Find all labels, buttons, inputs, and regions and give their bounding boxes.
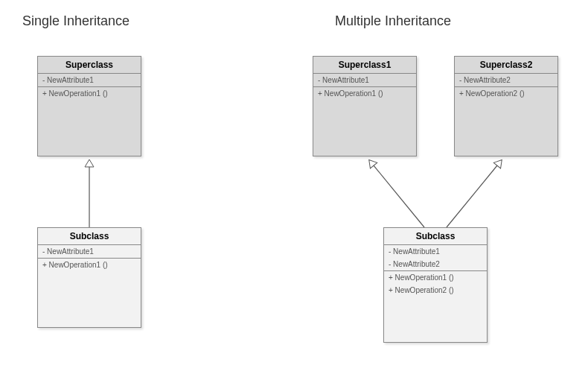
- operation: + NewOperation2 (): [455, 87, 557, 100]
- attribute: - NewAttribute2: [455, 74, 557, 86]
- class-attributes: - NewAttribute1: [38, 245, 141, 259]
- attribute: - NewAttribute2: [384, 258, 487, 270]
- operation: + NewOperation2 (): [384, 284, 487, 297]
- class-name: Subclass: [38, 228, 141, 245]
- class-operations: + NewOperation2 (): [455, 87, 557, 156]
- class-name: Superclass1: [313, 57, 416, 74]
- class-attributes: - NewAttribute1: [313, 74, 416, 87]
- class-box-superclass1: Superclass1 - NewAttribute1 + NewOperati…: [313, 56, 417, 156]
- attribute: - NewAttribute1: [384, 245, 487, 258]
- generalization-arrow: [370, 161, 424, 227]
- class-box-subclass-single: Subclass - NewAttribute1 + NewOperation1…: [37, 227, 141, 328]
- multiple-inheritance-title: Multiple Inheritance: [335, 13, 451, 29]
- class-name: Superclass2: [455, 57, 557, 74]
- class-name: Superclass: [38, 57, 141, 74]
- class-box-superclass2: Superclass2 - NewAttribute2 + NewOperati…: [454, 56, 558, 156]
- class-box-subclass-multiple: Subclass - NewAttribute1 - NewAttribute2…: [383, 227, 488, 343]
- attribute: - NewAttribute1: [38, 74, 141, 86]
- class-box-superclass-single: Superclass - NewAttribute1 + NewOperatio…: [37, 56, 141, 156]
- class-operations: + NewOperation1 (): [38, 259, 141, 327]
- class-operations: + NewOperation1 (): [38, 87, 141, 156]
- diagram-canvas: Single Inheritance Multiple Inheritance …: [0, 0, 588, 380]
- class-attributes: - NewAttribute1 - NewAttribute2: [384, 245, 487, 271]
- class-name: Subclass: [384, 228, 487, 245]
- attribute: - NewAttribute1: [38, 245, 141, 258]
- operation: + NewOperation1 (): [38, 87, 141, 100]
- class-operations: + NewOperation1 (): [313, 87, 416, 156]
- generalization-arrow: [447, 161, 501, 227]
- class-attributes: - NewAttribute2: [455, 74, 557, 87]
- single-inheritance-title: Single Inheritance: [22, 13, 130, 29]
- operation: + NewOperation1 (): [384, 271, 487, 284]
- class-operations: + NewOperation1 () + NewOperation2 (): [384, 271, 487, 342]
- attribute: - NewAttribute1: [313, 74, 416, 86]
- operation: + NewOperation1 (): [38, 259, 141, 271]
- class-attributes: - NewAttribute1: [38, 74, 141, 87]
- operation: + NewOperation1 (): [313, 87, 416, 100]
